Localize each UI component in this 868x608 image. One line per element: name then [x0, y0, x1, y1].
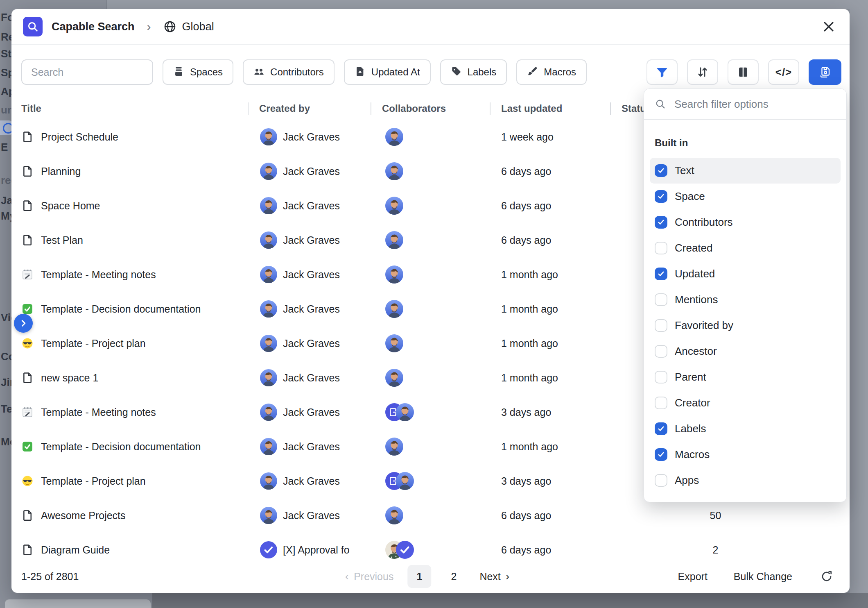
- cool-icon: [21, 475, 34, 487]
- last-updated-cell: 6 days ago: [490, 510, 610, 522]
- filter-option-creator[interactable]: Creator: [650, 390, 841, 416]
- avatar: [385, 197, 403, 215]
- filter-option-contributors[interactable]: Contributors: [650, 209, 841, 235]
- code-icon[interactable]: </>: [768, 59, 799, 85]
- row-title: Awesome Projects: [41, 510, 126, 522]
- avatar: [385, 300, 403, 318]
- checkbox-unchecked-icon[interactable]: [655, 293, 667, 306]
- filter-search-input[interactable]: [674, 98, 836, 111]
- checkbox-checked-icon[interactable]: [655, 190, 667, 203]
- creator-name: Jack Graves: [283, 234, 340, 246]
- save-view-button[interactable]: [809, 59, 841, 85]
- filter-option-mentions[interactable]: Mentions: [650, 287, 841, 313]
- avatar: [260, 163, 277, 180]
- created-by-cell: Jack Graves: [248, 404, 371, 421]
- filter-option-macros[interactable]: Macros: [650, 442, 841, 467]
- column-header-label: Title: [21, 103, 41, 114]
- filter-option-label: Apps: [675, 474, 699, 487]
- checkbox-unchecked-icon[interactable]: [655, 397, 667, 409]
- collaborator-avatar: [396, 403, 414, 421]
- close-button[interactable]: [819, 17, 838, 36]
- check-circle-icon: [396, 541, 414, 559]
- page-button-2[interactable]: 2: [442, 565, 466, 588]
- columns-button[interactable]: [728, 59, 759, 85]
- avatar: [385, 162, 403, 180]
- created-by-cell: Jack Graves: [248, 507, 371, 524]
- avatar: [385, 265, 403, 284]
- page-button-1[interactable]: 1: [407, 565, 431, 588]
- checkbox-checked-icon[interactable]: [655, 448, 667, 461]
- created-by-cell: Jack Graves: [248, 472, 371, 490]
- column-header-collaborators: Collaborators: [371, 103, 490, 114]
- filter-option-label: Parent: [675, 371, 706, 383]
- row-title: Template - Project plan: [41, 475, 146, 487]
- checkbox-checked-icon[interactable]: [655, 164, 667, 177]
- sort-button[interactable]: [687, 59, 718, 85]
- filter-option-label: Creator: [675, 397, 710, 409]
- table-row[interactable]: Diagram Guide[X] Approval fo6 days ago2: [21, 533, 850, 567]
- filter-option-updated[interactable]: Updated: [650, 261, 841, 287]
- search-icon: [655, 98, 666, 110]
- bulk-change-button[interactable]: Bulk Change: [734, 571, 792, 583]
- filter-option-parent[interactable]: Parent: [650, 364, 841, 390]
- checkbox-unchecked-icon[interactable]: [655, 474, 667, 487]
- filter-chip-contributors[interactable]: Contributors: [243, 59, 335, 85]
- title-cell: new space 1: [21, 372, 248, 384]
- filter-chip-spaces[interactable]: Spaces: [163, 59, 233, 85]
- checkbox-unchecked-icon[interactable]: [655, 319, 667, 332]
- table-row[interactable]: Awesome ProjectsJack Graves6 days ago50: [21, 498, 850, 533]
- filter-option-labels[interactable]: Labels: [650, 416, 841, 442]
- filter-chip-macros[interactable]: Macros: [516, 59, 587, 85]
- title-cell: Test Plan: [21, 234, 248, 246]
- filter-option-label: Favorited by: [675, 319, 733, 332]
- backdrop-top-strip: [107, 0, 850, 9]
- count-cell: 2: [698, 544, 733, 556]
- page-icon: [21, 509, 34, 522]
- filter-option-label: Ancestor: [675, 345, 717, 358]
- filter-option-label: Text: [675, 164, 694, 177]
- filter-option-text[interactable]: Text: [650, 158, 841, 184]
- check-green-icon: [21, 440, 34, 453]
- checkbox-unchecked-icon[interactable]: [655, 345, 667, 358]
- next-button[interactable]: Next›: [479, 571, 509, 583]
- collaborator-avatar: [385, 265, 403, 284]
- filter-chip-updated-at[interactable]: Updated At: [344, 59, 431, 85]
- checkbox-checked-icon[interactable]: [655, 422, 667, 435]
- checkbox-checked-icon[interactable]: [655, 268, 667, 280]
- filter-search-row: [644, 89, 846, 119]
- previous-button[interactable]: ‹Previous: [345, 571, 394, 583]
- labels-icon: [451, 66, 462, 77]
- macros-icon: [527, 66, 538, 77]
- collaborator-avatar: [385, 438, 403, 456]
- panel-divider: [644, 119, 846, 120]
- check-circle-icon: [260, 541, 277, 558]
- checkbox-checked-icon[interactable]: [655, 216, 667, 229]
- export-button[interactable]: Export: [678, 571, 708, 583]
- search-input[interactable]: [30, 66, 144, 79]
- last-updated-cell: 1 month ago: [490, 269, 610, 281]
- filter-option-space[interactable]: Space: [650, 184, 841, 209]
- checkbox-unchecked-icon[interactable]: [655, 371, 667, 383]
- filter-option-favorited-by[interactable]: Favorited by: [650, 313, 841, 338]
- collaborators-cell: [371, 300, 490, 318]
- creator-name: Jack Graves: [283, 303, 340, 315]
- filter-option-created[interactable]: Created: [650, 235, 841, 261]
- expand-panel-button[interactable]: [14, 314, 33, 333]
- column-header-created-by: Created by: [248, 103, 371, 114]
- filter-option-ancestor[interactable]: Ancestor: [650, 338, 841, 364]
- chevron-right-icon: ›: [506, 571, 509, 582]
- column-header-label: Collaborators: [382, 103, 446, 114]
- avatar: [385, 369, 403, 387]
- avatar: [385, 128, 403, 146]
- avatar: [260, 231, 277, 249]
- title-cell: Template - Decision documentation: [21, 303, 248, 315]
- filter-option-apps[interactable]: Apps: [650, 467, 841, 493]
- collaborators-cell: [371, 438, 490, 456]
- column-header-last-updated: Last updated: [490, 103, 610, 114]
- created-by-cell: Jack Graves: [248, 231, 371, 249]
- creator-name: Jack Graves: [283, 372, 340, 384]
- filter-button[interactable]: [646, 59, 678, 85]
- refresh-button[interactable]: [818, 568, 835, 585]
- filter-chip-labels[interactable]: Labels: [440, 59, 507, 85]
- checkbox-unchecked-icon[interactable]: [655, 242, 667, 254]
